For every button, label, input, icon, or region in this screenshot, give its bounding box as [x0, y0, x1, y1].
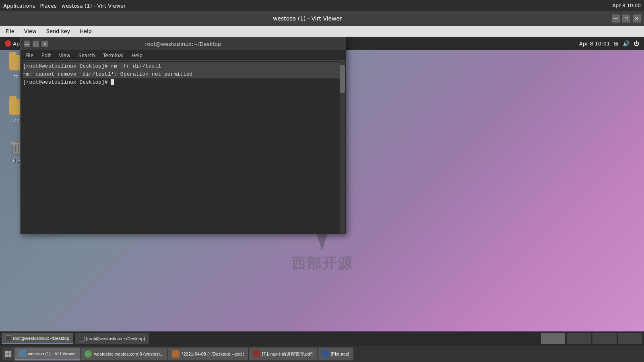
menu-help[interactable]: Help [77, 27, 94, 35]
svg-rect-8 [5, 351, 8, 354]
vm-taskbar-icon-term2 [79, 336, 85, 341]
vm-taskbar-btn-terminal1[interactable]: root@westoslinux:~/Desktop [2, 333, 73, 344]
title-bar-controls: — □ ✕ [612, 14, 641, 23]
vm-taskbar-empty2[interactable] [567, 333, 591, 344]
terminal-title: root@westoslinux:~/Desktop [48, 41, 318, 47]
terminal-close-btn[interactable]: ✕ [41, 41, 48, 47]
system-bar: Applications Places westosa (1) - Virt V… [0, 0, 644, 11]
outer-taskbar-btn-browser[interactable]: westoslee.westos.com:8 (westos)... [80, 348, 167, 360]
vm-taskbar-empty4[interactable] [618, 333, 642, 344]
vm-taskbar-btn-terminal2[interactable]: [root@westoslinux:~/Desktop] [75, 333, 149, 344]
terminal-menu-edit[interactable]: Edit [40, 52, 52, 59]
svg-rect-11 [8, 354, 11, 357]
outer-taskbar-icon-virt [19, 350, 26, 357]
outer-taskbar-icon-browser [85, 350, 92, 358]
terminal-menubar: File Edit View Search Terminal Help [21, 50, 346, 61]
terminal-minimize-btn[interactable]: — [24, 41, 30, 47]
outer-taskbar-icon-pdf [253, 350, 260, 358]
vm-datetime: Apr 8 10:01 [579, 41, 610, 47]
terminal-menu-view[interactable]: View [57, 52, 72, 59]
vm-taskbar-empty1[interactable] [541, 333, 565, 344]
outer-taskbar-label-pdf: [7.Linux中的进程管理.pdf] [262, 351, 313, 357]
system-bar-right: Apr 8 10:00 [612, 3, 641, 8]
outer-taskbar-label-pics: [Pictures] [331, 352, 349, 356]
terminal-titlebar-controls: — □ ✕ [24, 41, 48, 47]
terminal-scrollbar-thumb[interactable] [340, 65, 345, 93]
vm-topbar-right: Apr 8 10:01 ⊞ 🔊 ⏻ [579, 40, 639, 47]
terminal-cursor [111, 79, 114, 85]
svg-rect-9 [8, 351, 11, 354]
terminal-menu-file[interactable]: File [24, 52, 35, 59]
menu-sendkey[interactable]: Send key [44, 27, 73, 35]
terminal-scrollbar[interactable] [340, 61, 345, 234]
terminal-menu-terminal[interactable]: Terminal [101, 52, 125, 59]
sys-window-title: westosa (1) - Virt Viewer [62, 3, 126, 9]
title-bar-title: westosa (1) - Virt Viewer [3, 15, 612, 22]
outer-taskbar-btn-virt[interactable]: westosa (1) - Virt Viewer [14, 348, 80, 360]
outer-taskbar-label-browser: westoslee.westos.com:8 (westos)... [94, 352, 163, 356]
minimize-button[interactable]: — [612, 14, 620, 23]
network-icon: ⊞ [614, 40, 619, 47]
system-bar-left: Applications Places westosa (1) - Virt V… [3, 3, 126, 9]
terminal-line-2: rm: cannot remove 'dir/test1': Operation… [23, 70, 343, 78]
outer-taskbar-btn-pdf[interactable]: [7.Linux中的进程管理.pdf] [249, 348, 317, 360]
sys-places[interactable]: Places [40, 3, 56, 9]
terminal-maximize-btn[interactable]: □ [33, 41, 39, 47]
outer-taskbar-label-gedit: *2021-04-08 (~/Desktop) - gedit [182, 352, 244, 356]
vm-taskbar-icon-term1 [6, 335, 11, 341]
main-content: Applications Places Terminal Apr 8 10:01… [0, 37, 644, 346]
terminal-line-3: [root@westoslinux Desktop]# [23, 78, 343, 86]
terminal-menu-search[interactable]: Search [77, 52, 97, 59]
outer-taskbar: westosa (1) - Virt Viewer westoslee.west… [0, 346, 644, 362]
sys-applications[interactable]: Applications [3, 3, 35, 9]
menu-view[interactable]: View [22, 27, 39, 35]
sys-datetime: Apr 8 10:00 [612, 3, 641, 8]
watermark-text: 西部开源 [291, 254, 353, 274]
title-bar: westosa (1) - Virt Viewer — □ ✕ [0, 11, 644, 26]
menu-file[interactable]: File [3, 27, 17, 35]
vm-taskbar: root@westoslinux:~/Desktop [root@westosl… [0, 331, 644, 346]
outer-taskbar-icon-pics [322, 350, 329, 358]
volume-icon: 🔊 [623, 40, 630, 47]
show-all-icon [5, 351, 11, 357]
terminal-line-1: [root@westoslinux Desktop]# rm -fr dir/t… [23, 62, 343, 70]
outer-taskbar-showall[interactable] [2, 348, 14, 360]
vm-taskbar-label-1: root@westoslinux:~/Desktop [13, 336, 69, 341]
maximize-button[interactable]: □ [622, 14, 630, 23]
vm-taskbar-empty3[interactable] [592, 333, 617, 344]
terminal-titlebar: — □ ✕ root@westoslinux:~/Desktop [21, 37, 346, 50]
terminal-body[interactable]: [root@westoslinux Desktop]# rm -fr dir/t… [21, 61, 346, 234]
outer-taskbar-btn-gedit[interactable]: *2021-04-08 (~/Desktop) - gedit [168, 348, 248, 360]
vm-taskbar-label-2: [root@westoslinux:~/Desktop] [86, 336, 145, 341]
power-icon: ⏻ [634, 40, 639, 47]
terminal-menu-help[interactable]: Help [130, 52, 144, 59]
virt-viewer-window: Applications Places westosa (1) - Virt V… [0, 0, 644, 362]
outer-taskbar-label-virt: westosa (1) - Virt Viewer [28, 351, 76, 356]
outer-taskbar-icon-gedit [172, 350, 180, 358]
outer-taskbar-btn-pics[interactable]: [Pictures] [318, 348, 353, 360]
menu-bar-outer: File View Send key Help [0, 26, 644, 37]
close-button[interactable]: ✕ [633, 14, 641, 23]
vm-desktop: Applications Places Terminal Apr 8 10:01… [0, 37, 644, 346]
terminal-window: — □ ✕ root@westoslinux:~/Desktop File Ed… [20, 37, 346, 234]
applications-red-dot [5, 40, 11, 47]
svg-rect-10 [5, 354, 8, 357]
